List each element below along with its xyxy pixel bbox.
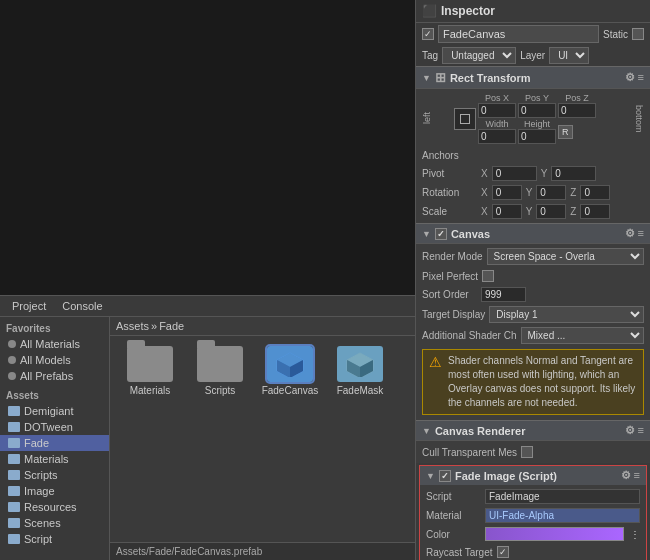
color-swatch[interactable] xyxy=(485,527,624,541)
sidebar-item-all-materials[interactable]: All Materials xyxy=(0,336,109,352)
file-item-scripts[interactable]: Scripts xyxy=(190,346,250,532)
scale-z-input[interactable] xyxy=(580,204,610,219)
sidebar-item-fade[interactable]: Fade xyxy=(0,435,109,451)
gameobject-row: Static xyxy=(416,23,650,45)
section-icons: ⚙ ≡ xyxy=(621,469,640,482)
left-panel: Project Console Favorites All Materials … xyxy=(0,0,415,560)
folder-icon xyxy=(8,470,20,480)
sort-order-input[interactable] xyxy=(481,287,526,302)
left-label: left xyxy=(422,112,432,124)
pixel-perfect-label: Pixel Perfect xyxy=(422,271,478,282)
canvas-header[interactable]: ▼ Canvas ⚙ ≡ xyxy=(416,223,650,244)
rect-transform-header[interactable]: ▼ ⊞ Rect Transform ⚙ ≡ xyxy=(416,66,650,89)
breadcrumb-assets[interactable]: Assets xyxy=(116,320,149,332)
sidebar-item-resources[interactable]: Resources xyxy=(0,499,109,515)
pixel-perfect-row: Pixel Perfect xyxy=(416,267,650,285)
project-tab[interactable]: Project xyxy=(6,298,52,314)
folder-icon-big xyxy=(127,346,173,382)
additional-shader-label: Additional Shader Ch xyxy=(422,330,517,341)
width-input[interactable] xyxy=(478,129,516,144)
more-icon[interactable]: ≡ xyxy=(638,424,644,437)
settings-icon[interactable]: ⚙ xyxy=(625,424,635,437)
fade-image-checkbox[interactable] xyxy=(439,470,451,482)
cull-label: Cull Transparent Mes xyxy=(422,447,517,458)
script-input[interactable] xyxy=(485,489,640,504)
warning-box: ⚠ Shader channels Normal and Tangent are… xyxy=(422,349,644,415)
settings-icon[interactable]: ⚙ xyxy=(625,71,635,84)
collapse-icon: ▼ xyxy=(426,471,435,481)
settings-icon[interactable]: ⚙ xyxy=(625,227,635,240)
folder-icon xyxy=(8,486,20,496)
material-input[interactable] xyxy=(485,508,640,523)
cull-checkbox[interactable] xyxy=(521,446,533,458)
scale-x-input[interactable] xyxy=(492,204,522,219)
canvas-renderer-label: Canvas Renderer xyxy=(435,425,526,437)
sidebar-item-image[interactable]: Image xyxy=(0,483,109,499)
folder-icon xyxy=(8,502,20,512)
fade-image-script-section: ▼ Fade Image (Script) ⚙ ≡ Script Materia… xyxy=(419,465,647,560)
r-button[interactable]: R xyxy=(558,125,573,139)
pivot-y-input[interactable] xyxy=(551,166,596,181)
render-mode-dropdown[interactable]: Screen Space - Overla xyxy=(487,248,644,265)
sidebar-item-all-prefabs[interactable]: All Prefabs xyxy=(0,368,109,384)
folder-icon xyxy=(8,534,20,544)
fade-image-fields: Script Material Color ⋮ Raycast Target xyxy=(420,485,646,560)
sidebar-item-demigiant[interactable]: Demigiant xyxy=(0,403,109,419)
gameobject-name-input[interactable] xyxy=(438,25,599,43)
file-item-materials[interactable]: Materials xyxy=(120,346,180,532)
tag-layer-row: Tag Untagged Layer UI xyxy=(416,45,650,66)
pixel-perfect-checkbox[interactable] xyxy=(482,270,494,282)
go-checkbox[interactable] xyxy=(422,28,434,40)
bottom-label: bottom xyxy=(634,105,644,133)
more-icon[interactable]: ≡ xyxy=(638,227,644,240)
layer-dropdown[interactable]: UI xyxy=(549,47,589,64)
target-display-label: Target Display xyxy=(422,309,485,320)
status-bar: Assets/Fade/FadeCanvas.prefab xyxy=(110,542,415,560)
pos-z-input[interactable] xyxy=(558,103,596,118)
file-item-fadecanvas[interactable]: FadeCanvas xyxy=(260,346,320,532)
folder-icon xyxy=(8,454,20,464)
rotation-label: Rotation xyxy=(422,187,477,198)
canvas-checkbox[interactable] xyxy=(435,228,447,240)
viewport xyxy=(0,0,415,295)
more-icon[interactable]: ≡ xyxy=(638,71,644,84)
inspector-header: ⬛ Inspector xyxy=(416,0,650,23)
sidebar-item-scripts[interactable]: Scripts xyxy=(0,467,109,483)
sidebar-item-scenes[interactable]: Scenes xyxy=(0,515,109,531)
more-icon[interactable]: ≡ xyxy=(634,469,640,482)
sidebar-item-materials[interactable]: Materials xyxy=(0,451,109,467)
sidebar-item-all-models[interactable]: All Models xyxy=(0,352,109,368)
rot-z-input[interactable] xyxy=(580,185,610,200)
warning-text: Shader channels Normal and Tangent are m… xyxy=(448,354,637,410)
rect-transform-fields: left Pos X Pos Y xyxy=(416,89,650,223)
scale-y-input[interactable] xyxy=(536,204,566,219)
static-checkbox[interactable] xyxy=(632,28,644,40)
file-label: FadeMask xyxy=(337,385,384,396)
file-item-fademask[interactable]: FadeMask xyxy=(330,346,390,532)
additional-shader-dropdown[interactable]: Mixed ... xyxy=(521,327,644,344)
canvas-renderer-header[interactable]: ▼ Canvas Renderer ⚙ ≡ xyxy=(416,420,650,441)
folder-icon xyxy=(8,422,20,432)
breadcrumb-fade[interactable]: Fade xyxy=(159,320,184,332)
tag-dropdown[interactable]: Untagged xyxy=(442,47,516,64)
pos-x-input[interactable] xyxy=(478,103,516,118)
dot-icon xyxy=(8,356,16,364)
canvas-label: Canvas xyxy=(451,228,490,240)
sidebar-item-dotween[interactable]: DOTween xyxy=(0,419,109,435)
height-input[interactable] xyxy=(518,129,556,144)
settings-icon[interactable]: ⚙ xyxy=(621,469,631,482)
target-display-dropdown[interactable]: Display 1 xyxy=(489,306,644,323)
collapse-icon: ▼ xyxy=(422,229,431,239)
section-icons: ⚙ ≡ xyxy=(625,71,644,84)
rot-y-input[interactable] xyxy=(536,185,566,200)
fade-image-script-header[interactable]: ▼ Fade Image (Script) ⚙ ≡ xyxy=(420,466,646,485)
sidebar-item-script[interactable]: Script xyxy=(0,531,109,547)
console-tab[interactable]: Console xyxy=(56,298,108,314)
canvas-fields: Render Mode Screen Space - Overla Pixel … xyxy=(416,244,650,420)
cull-row: Cull Transparent Mes xyxy=(416,443,650,461)
pos-y-input[interactable] xyxy=(518,103,556,118)
favorites-label: Favorites xyxy=(0,321,109,336)
pivot-x-input[interactable] xyxy=(492,166,537,181)
rot-x-input[interactable] xyxy=(492,185,522,200)
raycast-checkbox[interactable] xyxy=(497,546,509,558)
